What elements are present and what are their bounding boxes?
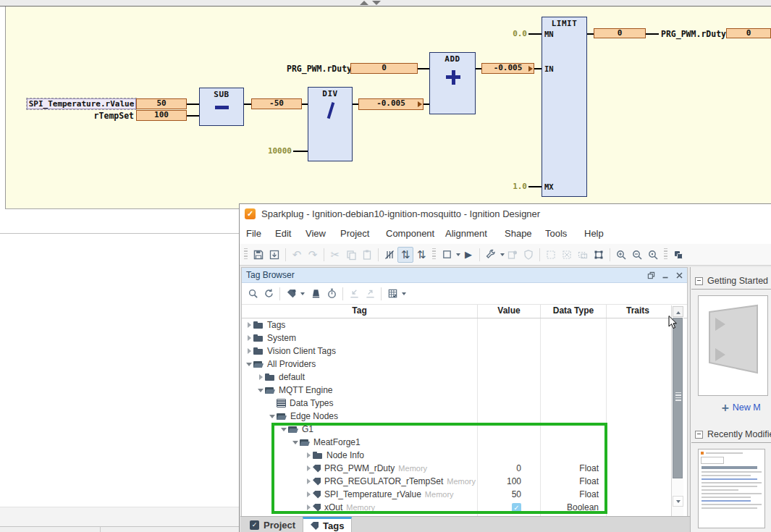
menu-project[interactable]: Project [340, 228, 369, 239]
menu-edit[interactable]: Edit [275, 228, 291, 239]
search-icon[interactable] [245, 286, 261, 302]
tree-row-prg-pwm-rduty[interactable]: PRG_PWM_rDutyMemory 0 Float [242, 462, 687, 475]
tree-row-meatforge1[interactable]: MeatForge1 [242, 436, 687, 449]
group-selection-button[interactable] [575, 247, 591, 263]
scrollbar-down-icon[interactable] [673, 496, 683, 507]
expander-icon[interactable] [256, 386, 265, 394]
tab-project[interactable]: ✓ Project [243, 517, 303, 532]
scrollbar-thumb[interactable] [673, 318, 683, 478]
expander-icon[interactable] [304, 477, 313, 486]
fbd-literal-min[interactable]: 0.0 [507, 29, 527, 38]
toolbar-grip[interactable] [244, 248, 248, 261]
expander-icon[interactable] [245, 334, 253, 342]
fbd-value-pwm-out[interactable]: 0 [726, 28, 771, 38]
fbd-var-spi-temperature[interactable]: SPI_Temperature.rValue [27, 98, 136, 109]
tree-row-mqtt-engine[interactable]: MQTT Engine [242, 384, 687, 397]
menu-component[interactable]: Component [386, 228, 434, 239]
collapse-icon[interactable] [695, 431, 703, 439]
tree-row-g1[interactable]: G1 [242, 423, 687, 436]
tree-scrollbar[interactable] [671, 305, 683, 516]
expander-icon[interactable] [256, 373, 265, 381]
expander-icon[interactable] [245, 360, 253, 368]
fbd-value-limit-out[interactable]: 0 [594, 28, 646, 38]
copy-button[interactable] [343, 247, 359, 263]
fbd-value-add-out[interactable]: -0.005 [481, 63, 534, 74]
menu-tools[interactable]: Tools [545, 228, 567, 239]
close-panel-icon[interactable] [675, 271, 683, 279]
grid-slash-button[interactable] [382, 247, 397, 263]
getting-started-header[interactable]: Getting Started [695, 276, 771, 286]
preview-play-button[interactable]: ▶ [460, 247, 476, 263]
fbd-literal-10000[interactable]: 10000 [246, 146, 292, 156]
collapse-icon[interactable] [695, 277, 703, 285]
fbd-value-pwm-in[interactable]: 0 [350, 63, 418, 74]
tree-row-all-providers[interactable]: All Providers [242, 358, 687, 371]
splitter-down-icon[interactable] [372, 1, 381, 5]
fbd-var-pwm-out[interactable]: PRG_PWM.rDuty [661, 29, 726, 39]
column-header-traits[interactable]: Traits [607, 305, 669, 318]
fbd-value-div-out[interactable]: -0.005 [358, 98, 424, 110]
menu-file[interactable]: File [246, 228, 261, 239]
add-tag-caret-icon[interactable] [300, 292, 305, 295]
menu-help[interactable]: Help [584, 228, 604, 239]
expander-icon[interactable] [291, 438, 300, 447]
fbd-value-rtempset[interactable]: 100 [136, 110, 187, 121]
zoom-reset-button[interactable] [645, 247, 661, 263]
zoom-in-button[interactable] [613, 247, 629, 263]
window-titlebar[interactable]: ✓ Sparkplug - Ignition-debian10-ignition… [240, 204, 771, 224]
shape-tool-button[interactable] [439, 247, 455, 263]
fbd-value-sub-out[interactable]: -50 [251, 98, 302, 109]
table-options-icon[interactable] [384, 286, 400, 302]
fbd-value-spi[interactable]: 50 [136, 98, 187, 109]
expander-icon[interactable] [245, 321, 253, 329]
expander-icon[interactable] [245, 347, 253, 355]
float-panel-icon[interactable] [647, 271, 655, 279]
fbd-block-sub[interactable]: SUB [199, 88, 244, 126]
timer-icon[interactable] [324, 286, 340, 302]
menu-shape[interactable]: Shape [505, 228, 532, 239]
tab-tags[interactable]: Tags [303, 517, 352, 532]
column-header-datatype[interactable]: Data Type [541, 305, 606, 318]
expander-icon[interactable] [304, 464, 313, 473]
shrink-selection-button[interactable] [559, 247, 575, 263]
undo-button[interactable]: ↶ [289, 247, 305, 263]
table-options-caret-icon[interactable] [402, 292, 406, 295]
splitter-up-icon[interactable] [360, 1, 368, 5]
boolean-checkbox[interactable]: ✓ [512, 503, 521, 512]
zoom-out-button[interactable] [629, 247, 645, 263]
tree-row-prg-regulator-rtempset[interactable]: PRG_REGULATOR_rTempSetMemory 100 Float [242, 475, 687, 488]
udt-icon[interactable] [308, 286, 324, 302]
fbd-literal-max[interactable]: 1.0 [507, 182, 527, 191]
tree-row-data-types[interactable]: Data Types [242, 397, 687, 410]
tree-row-edge-nodes[interactable]: Edge Nodes [242, 410, 687, 423]
expander-icon[interactable] [268, 412, 277, 421]
toolbar-grip[interactable] [432, 248, 436, 261]
shield-button[interactable] [521, 247, 536, 263]
expand-selection-button[interactable] [543, 247, 559, 263]
splitter-bar[interactable] [0, 0, 771, 7]
new-window-link[interactable]: + New M [721, 402, 771, 413]
column-header-value[interactable]: Value [478, 305, 540, 318]
tree-row-system[interactable]: System [242, 332, 687, 345]
expander-icon[interactable] [304, 490, 313, 499]
expander-icon[interactable] [279, 425, 288, 434]
cascade-windows-button[interactable] [670, 247, 686, 263]
save-button[interactable] [250, 247, 266, 263]
fbd-var-pwm-in[interactable]: PRG_PWM.rDuty [287, 64, 347, 74]
fbd-block-div[interactable]: DIV [308, 87, 353, 161]
tree-row-spi-temperature-rvalue[interactable]: SPI_Temperature_rValueMemory 50 Float [242, 488, 687, 501]
import-tags-icon[interactable] [346, 286, 362, 302]
save-all-button[interactable] [266, 247, 282, 263]
recently-modified-thumbnail[interactable] [698, 449, 765, 528]
tree-row-node-info[interactable]: Node Info [242, 449, 687, 462]
refresh-icon[interactable] [261, 286, 277, 302]
fbd-var-rtempset[interactable]: rTempSet [65, 111, 134, 121]
tree-row-default[interactable]: default [242, 371, 687, 384]
redo-button[interactable]: ↷ [305, 247, 321, 263]
wrench-button[interactable] [483, 247, 499, 263]
fbd-block-limit[interactable]: LIMIT MN IN MX [542, 17, 587, 197]
fbd-block-add[interactable]: ADD [429, 52, 476, 114]
toolbar-grip[interactable] [664, 248, 667, 261]
expander-icon[interactable] [304, 451, 313, 460]
arrange-vertical-alt-button[interactable]: ⇅ [413, 247, 429, 263]
